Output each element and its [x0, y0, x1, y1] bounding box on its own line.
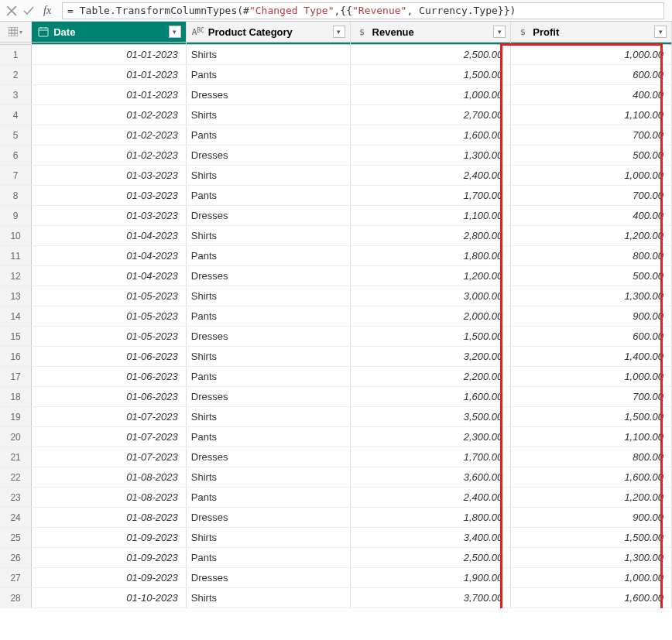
cell-category[interactable]: Shirts	[186, 105, 350, 125]
cell-category[interactable]: Pants	[186, 488, 350, 508]
cell-date[interactable]: 01-02-2023	[32, 125, 187, 145]
table-row[interactable]: 1201-04-2023Dresses1,200.00500.00	[0, 266, 672, 286]
cell-category[interactable]: Shirts	[186, 45, 350, 65]
cell-profit[interactable]: 900.00	[511, 306, 672, 327]
row-number[interactable]: 24	[0, 508, 32, 528]
filter-dropdown[interactable]: ▾	[654, 26, 667, 38]
cell-revenue[interactable]: 3,600.00	[350, 467, 511, 488]
cell-category[interactable]: Shirts	[186, 166, 350, 186]
column-header-category[interactable]: ABC Product Category ▾	[186, 22, 350, 43]
table-row[interactable]: 2701-09-2023Dresses1,900.001,000.00	[0, 568, 672, 588]
cell-date[interactable]: 01-07-2023	[32, 427, 187, 447]
cell-profit[interactable]: 400.00	[511, 206, 672, 226]
column-header-profit[interactable]: $ Profit ▾	[511, 22, 672, 43]
cell-profit[interactable]: 800.00	[511, 447, 672, 467]
cell-revenue[interactable]: 1,300.00	[350, 145, 511, 166]
cell-profit[interactable]: 800.00	[511, 246, 672, 266]
cell-date[interactable]: 01-09-2023	[32, 548, 187, 568]
cell-date[interactable]: 01-04-2023	[32, 226, 187, 246]
table-row[interactable]: 1901-07-2023Shirts3,500.001,500.00	[0, 407, 672, 427]
row-number[interactable]: 16	[0, 347, 32, 367]
formula-input[interactable]: = Table.TransformColumnTypes(#"Changed T…	[62, 2, 664, 19]
cell-profit[interactable]: 1,000.00	[511, 568, 672, 588]
cell-revenue[interactable]: 2,500.00	[350, 548, 511, 568]
fx-icon[interactable]: fx	[43, 5, 51, 17]
cell-category[interactable]: Pants	[186, 548, 350, 568]
cell-profit[interactable]: 1,200.00	[511, 226, 672, 246]
cell-profit[interactable]: 600.00	[511, 65, 672, 85]
table-row[interactable]: 401-02-2023Shirts2,700.001,100.00	[0, 105, 672, 125]
row-number[interactable]: 1	[0, 45, 32, 65]
table-row[interactable]: 2501-09-2023Shirts3,400.001,500.00	[0, 528, 672, 548]
row-number[interactable]: 7	[0, 166, 32, 186]
cell-revenue[interactable]: 2,800.00	[350, 226, 511, 246]
cell-profit[interactable]: 1,000.00	[511, 367, 672, 387]
row-number[interactable]: 4	[0, 105, 32, 125]
cell-revenue[interactable]: 1,700.00	[350, 186, 511, 206]
row-number[interactable]: 13	[0, 286, 32, 306]
row-number[interactable]: 5	[0, 125, 32, 145]
table-row[interactable]: 801-03-2023Pants1,700.00700.00	[0, 186, 672, 206]
row-number[interactable]: 28	[0, 588, 32, 608]
cell-revenue[interactable]: 2,300.00	[350, 427, 511, 447]
cell-date[interactable]: 01-05-2023	[32, 286, 187, 306]
table-row[interactable]: 1101-04-2023Pants1,800.00800.00	[0, 246, 672, 266]
table-row[interactable]: 2801-10-2023Shirts3,700.001,600.00	[0, 588, 672, 608]
cell-revenue[interactable]: 1,500.00	[350, 327, 511, 347]
row-number[interactable]: 22	[0, 467, 32, 488]
cell-revenue[interactable]: 1,000.00	[350, 85, 511, 105]
row-number[interactable]: 8	[0, 186, 32, 206]
table-row[interactable]: 1401-05-2023Pants2,000.00900.00	[0, 306, 672, 327]
filter-dropdown[interactable]: ▾	[493, 26, 506, 38]
cell-date[interactable]: 01-02-2023	[32, 145, 187, 166]
cell-revenue[interactable]: 2,400.00	[350, 488, 511, 508]
cell-profit[interactable]: 1,600.00	[511, 467, 672, 488]
cell-revenue[interactable]: 2,700.00	[350, 105, 511, 125]
row-number[interactable]: 20	[0, 427, 32, 447]
cell-revenue[interactable]: 2,500.00	[350, 45, 511, 65]
cell-category[interactable]: Dresses	[186, 266, 350, 286]
table-row[interactable]: 2401-08-2023Dresses1,800.00900.00	[0, 508, 672, 528]
cell-revenue[interactable]: 1,200.00	[350, 266, 511, 286]
cell-date[interactable]: 01-09-2023	[32, 528, 187, 548]
row-number[interactable]: 21	[0, 447, 32, 467]
table-row[interactable]: 101-01-2023Shirts2,500.001,000.00	[0, 45, 672, 65]
row-number[interactable]: 23	[0, 488, 32, 508]
cell-date[interactable]: 01-08-2023	[32, 467, 187, 488]
cell-profit[interactable]: 500.00	[511, 266, 672, 286]
column-header-revenue[interactable]: $ Revenue ▾	[350, 22, 511, 43]
cell-date[interactable]: 01-07-2023	[32, 447, 187, 467]
cell-date[interactable]: 01-03-2023	[32, 206, 187, 226]
cell-category[interactable]: Dresses	[186, 85, 350, 105]
cell-profit[interactable]: 1,400.00	[511, 347, 672, 367]
cell-profit[interactable]: 1,600.00	[511, 588, 672, 608]
table-row[interactable]: 2201-08-2023Shirts3,600.001,600.00	[0, 467, 672, 488]
row-number[interactable]: 19	[0, 407, 32, 427]
cell-date[interactable]: 01-10-2023	[32, 588, 187, 608]
cell-revenue[interactable]: 1,800.00	[350, 246, 511, 266]
cell-revenue[interactable]: 2,400.00	[350, 166, 511, 186]
table-row[interactable]: 1601-06-2023Shirts3,200.001,400.00	[0, 347, 672, 367]
cell-revenue[interactable]: 3,000.00	[350, 286, 511, 306]
cell-category[interactable]: Shirts	[186, 347, 350, 367]
cell-revenue[interactable]: 1,100.00	[350, 206, 511, 226]
cell-category[interactable]: Pants	[186, 306, 350, 327]
cell-revenue[interactable]: 1,600.00	[350, 387, 511, 407]
cell-category[interactable]: Dresses	[186, 387, 350, 407]
cell-date[interactable]: 01-03-2023	[32, 186, 187, 206]
cell-category[interactable]: Pants	[186, 65, 350, 85]
cell-profit[interactable]: 1,100.00	[511, 427, 672, 447]
filter-dropdown[interactable]: ▾	[333, 26, 345, 38]
cell-profit[interactable]: 500.00	[511, 145, 672, 166]
cell-date[interactable]: 01-01-2023	[32, 85, 187, 105]
table-row[interactable]: 601-02-2023Dresses1,300.00500.00	[0, 145, 672, 166]
select-all-corner[interactable]: ▾	[0, 22, 32, 43]
cell-revenue[interactable]: 2,200.00	[350, 367, 511, 387]
cell-revenue[interactable]: 1,800.00	[350, 508, 511, 528]
table-row[interactable]: 1701-06-2023Pants2,200.001,000.00	[0, 367, 672, 387]
filter-dropdown[interactable]: ▾	[169, 26, 181, 38]
cell-profit[interactable]: 1,300.00	[511, 548, 672, 568]
column-header-date[interactable]: Date ▾	[32, 22, 187, 43]
row-number[interactable]: 11	[0, 246, 32, 266]
cell-profit[interactable]: 1,500.00	[511, 528, 672, 548]
